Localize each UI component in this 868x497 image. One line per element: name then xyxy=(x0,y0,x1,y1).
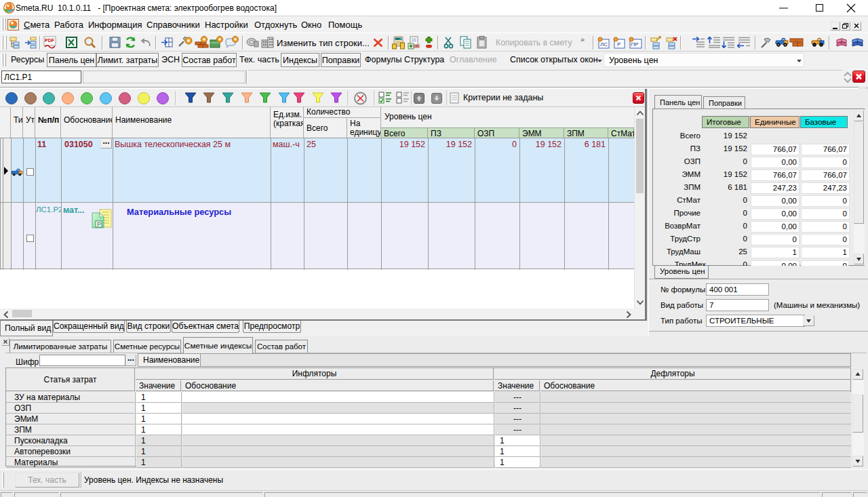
svg-text:PDF: PDF xyxy=(45,38,55,43)
svg-text:ЛС: ЛС xyxy=(600,41,608,47)
svg-text:P: P xyxy=(97,221,101,228)
svg-text:Р: Р xyxy=(617,41,620,47)
svg-text:ПР: ПР xyxy=(631,41,639,47)
